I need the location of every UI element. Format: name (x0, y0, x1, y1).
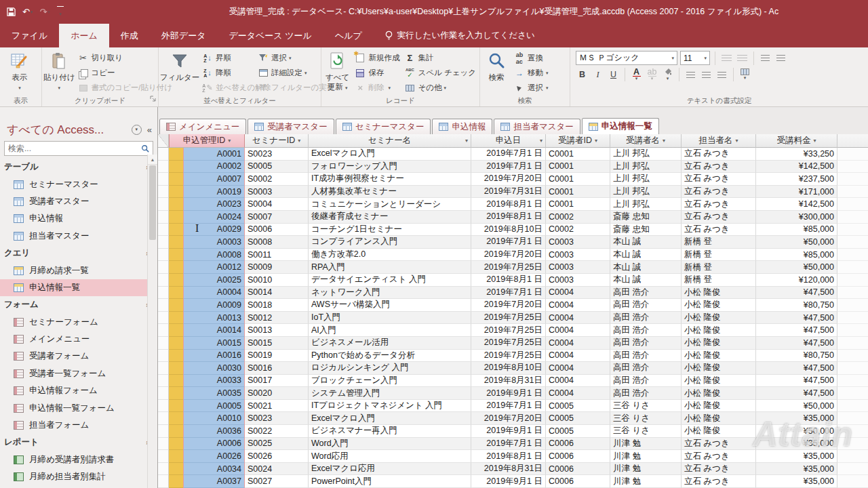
cell-seminar-name[interactable]: Excelマクロ入門 (309, 412, 471, 425)
cell-student-id[interactable]: C0004 (546, 362, 610, 375)
cell-apply-date[interactable]: 2019年7月20日 (471, 173, 546, 186)
cell-apply-date[interactable]: 2019年7月31日 (471, 186, 546, 199)
cell-apply-id[interactable]: A0029 (183, 224, 245, 237)
align-left-button[interactable] (684, 68, 697, 81)
cell-fee[interactable]: ¥47,500 (756, 375, 837, 388)
ribbon-tab[interactable]: ホーム (59, 24, 109, 47)
cell-apply-id[interactable]: A0019 (183, 186, 245, 199)
nav-item[interactable]: 月締め担当者別集計 » (0, 468, 157, 485)
nav-item[interactable]: フォーム » (0, 296, 157, 313)
document-tab[interactable]: 受講者マスター (248, 119, 334, 134)
cell-staff-name[interactable]: 新橋 登 (682, 261, 756, 274)
cell-student-id[interactable]: C0005 (546, 400, 610, 413)
new-record-button[interactable]: 新規作成 (352, 51, 401, 65)
cell-seminar-name[interactable]: Excelマクロ応用 (309, 463, 471, 476)
cell-seminar-name[interactable]: PowerPoint入門 (309, 475, 471, 488)
cell-apply-id[interactable]: A0024 (183, 211, 245, 224)
totals-button[interactable]: Σ集計 (401, 51, 478, 65)
cell-apply-date[interactable]: 2019年7月1 日 (471, 236, 546, 249)
cell-seminar-id[interactable]: S0027 (245, 475, 309, 488)
cell-seminar-id[interactable]: S0010 (245, 274, 309, 287)
decrease-indent-button[interactable] (759, 52, 772, 65)
cell-staff-name[interactable]: 小松 隆俊 (682, 350, 756, 363)
cell-student-name[interactable]: 高田 浩介 (610, 387, 682, 400)
nav-item[interactable]: 申込情報一覧フォーム » (0, 399, 157, 416)
cell-apply-date[interactable]: 2019年7月25日 (471, 350, 546, 363)
cell-apply-date[interactable]: 2019年7月1 日 (471, 148, 546, 161)
cell-fee[interactable]: ¥300,000 (756, 211, 837, 224)
cell-student-id[interactable]: C0003 (546, 249, 610, 262)
cell-seminar-name[interactable]: AWSサーバ構築入門 (309, 299, 471, 312)
cell-apply-date[interactable]: 2019年7月1 日 (471, 161, 546, 174)
cell-fee[interactable]: ¥35,000 (756, 412, 837, 425)
nav-item[interactable]: 担当者マスター » (0, 228, 157, 245)
cell-seminar-id[interactable]: S0021 (245, 400, 309, 413)
cell-fee[interactable]: ¥33,250 (756, 148, 837, 161)
cell-student-name[interactable]: 斎藤 忠知 (610, 211, 682, 224)
cell-apply-id[interactable]: A0016 (183, 350, 245, 363)
row-selector[interactable] (158, 274, 169, 287)
align-center-button[interactable] (700, 68, 713, 81)
cell-apply-id[interactable]: A0026 (183, 450, 245, 463)
cell-apply-date[interactable]: 2019年8月1 日 (471, 198, 546, 211)
cell-student-name[interactable]: 川津 勉 (610, 463, 682, 476)
row-selector[interactable] (158, 186, 169, 199)
shutter-bar-close-icon[interactable]: « (147, 125, 152, 135)
cell-student-name[interactable]: 高田 浩介 (610, 287, 682, 300)
cell-student-id[interactable]: C0004 (546, 299, 610, 312)
cell-fee[interactable]: ¥35,000 (756, 450, 837, 463)
underline-button[interactable]: U (607, 68, 620, 81)
cell-staff-name[interactable]: 新橋 登 (682, 274, 756, 287)
cell-seminar-name[interactable]: Word応用 (309, 450, 471, 463)
select-all-corner[interactable] (158, 134, 169, 148)
cell-apply-date[interactable]: 2019年9月1 日 (471, 387, 546, 400)
row-selector[interactable] (158, 299, 169, 312)
nav-item[interactable]: セミナーフォーム » (0, 314, 157, 331)
cell-seminar-id[interactable]: S0023 (245, 148, 309, 161)
nav-scrollbar[interactable]: ▲ (147, 155, 157, 488)
column-header-apply-id[interactable]: 申込管理ID▾ (169, 134, 245, 148)
cell-seminar-name[interactable]: AI入門 (309, 324, 471, 337)
cell-fee[interactable]: ¥80,750 (756, 299, 837, 312)
cell-student-id[interactable]: C0005 (546, 412, 610, 425)
row-selector[interactable] (158, 324, 169, 337)
column-header-fee[interactable]: 受講料金▾ (756, 134, 837, 148)
cell-fee[interactable]: ¥50,000 (756, 236, 837, 249)
cell-seminar-name[interactable]: コミュニケーションとリーダーシ (309, 198, 471, 211)
cell-seminar-id[interactable]: S0005 (245, 161, 309, 174)
nav-item[interactable]: 月締め請求一覧 » (0, 262, 157, 279)
cell-fee[interactable]: ¥120,000 (756, 274, 837, 287)
cell-staff-name[interactable]: 小松 隆俊 (682, 400, 756, 413)
font-color-button[interactable]: A▾ (630, 68, 643, 81)
row-selector[interactable] (158, 412, 169, 425)
cell-seminar-id[interactable]: S0024 (245, 463, 309, 476)
bold-button[interactable]: B (576, 68, 589, 81)
cell-student-id[interactable]: C0004 (546, 337, 610, 350)
document-tab[interactable]: 申込情報一覧 (582, 118, 659, 134)
cell-student-name[interactable]: 高田 浩介 (610, 324, 682, 337)
cell-apply-date[interactable]: 2019年8月31日 (471, 375, 546, 388)
cell-seminar-id[interactable]: S0007 (245, 211, 309, 224)
cell-apply-date[interactable]: 2019年8月31日 (471, 463, 546, 476)
cell-apply-date[interactable]: 2019年8月10日 (471, 224, 546, 237)
italic-button[interactable]: I (591, 68, 604, 81)
cell-apply-date[interactable]: 2019年9月1 日 (471, 425, 546, 438)
cell-fee[interactable]: ¥47,500 (756, 312, 837, 325)
cell-seminar-name[interactable]: ITプロジェクトマネジメント 入門 (309, 400, 471, 413)
cell-student-name[interactable]: 本山 誠 (610, 274, 682, 287)
cell-apply-id[interactable]: A0025 (183, 274, 245, 287)
cell-staff-name[interactable]: 小松 隆俊 (682, 425, 756, 438)
cell-student-name[interactable]: 高田 浩介 (610, 350, 682, 363)
cell-student-id[interactable]: C0001 (546, 161, 610, 174)
cell-seminar-name[interactable]: RPA入門 (309, 261, 471, 274)
customize-qat-button[interactable]: ▾ (57, 6, 64, 18)
cell-fee[interactable]: ¥47,500 (756, 337, 837, 350)
cell-apply-id[interactable]: A0037 (183, 475, 245, 488)
cell-student-name[interactable]: 上川 邦弘 (610, 186, 682, 199)
nav-item[interactable]: クエリ » (0, 245, 157, 262)
cell-seminar-id[interactable]: S0008 (245, 236, 309, 249)
cell-apply-date[interactable]: 2019年7月25日 (471, 312, 546, 325)
cell-apply-date[interactable]: 2019年7月1 日 (471, 400, 546, 413)
cell-apply-id[interactable]: A0033 (183, 375, 245, 388)
row-selector[interactable] (158, 198, 169, 211)
